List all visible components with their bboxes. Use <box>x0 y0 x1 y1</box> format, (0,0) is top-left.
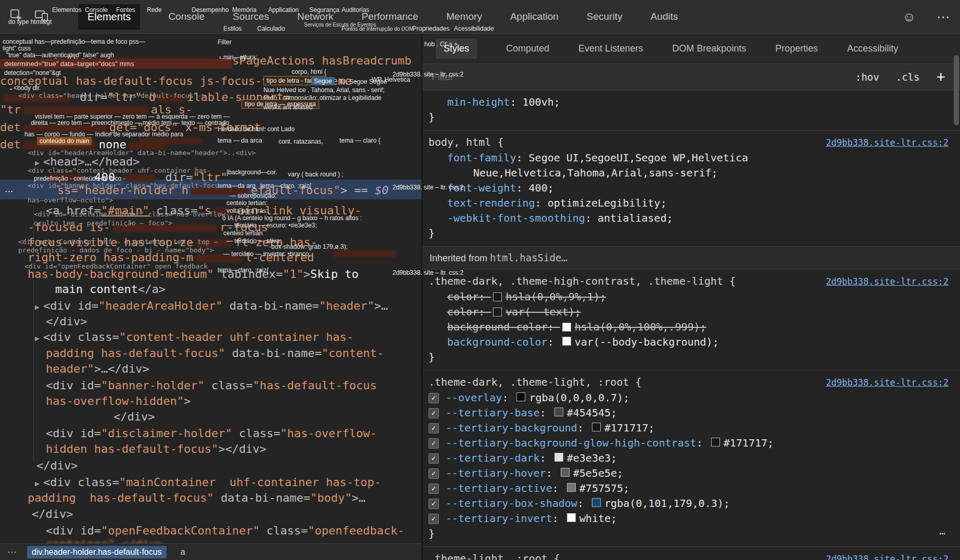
style-property-row[interactable]: ✓--tertiary-hover: #5e5e5e; <box>422 466 960 481</box>
styles-scrollbar-thumb[interactable] <box>954 55 959 125</box>
styles-tab-accessibility[interactable]: Accessibility <box>847 43 898 54</box>
style-property-row[interactable]: -webkit-font-smoothing: antialiased; <box>422 211 960 226</box>
styles-tab-dom-breakpoints[interactable]: DOM Breakpoints <box>672 43 746 54</box>
more-options-icon[interactable]: ⋯ <box>937 9 950 24</box>
dom-tree-line[interactable]: detget="docs" x-ms-format- <box>0 121 268 134</box>
style-property-row[interactable]: text-rendering: optimizeLegibility; <box>422 196 960 211</box>
css-file-link[interactable]: 2d9bb338.site-ltr.css:2 <box>826 274 949 289</box>
feedback-smiley-icon[interactable]: ☺ <box>902 9 916 24</box>
rule-selector[interactable]: .theme-dark, .theme-light, :root { <box>428 375 641 390</box>
styles-tab-event-listeners[interactable]: Event Listeners <box>578 43 643 54</box>
styles-filter-input[interactable] <box>431 71 839 83</box>
devtools-tab-console[interactable]: Console <box>168 11 205 22</box>
property-checkbox[interactable]: ✓ <box>428 453 439 464</box>
styles-tab-properties[interactable]: Properties <box>775 43 818 54</box>
rule-selector[interactable]: body, html { <box>428 135 504 150</box>
dom-tree-line[interactable]: focus-visible has-top-zeft-zero has- <box>28 236 318 249</box>
devtools-tab-network[interactable]: Network <box>297 11 334 22</box>
dom-tree-line[interactable]: <div id="openFeedbackContainer" class="o… <box>46 524 405 538</box>
element-classes-button[interactable]: .cls <box>896 71 920 83</box>
dom-tree-line[interactable]: "trals s- <box>0 103 192 117</box>
color-swatch[interactable] <box>516 392 525 401</box>
property-checkbox[interactable]: ✓ <box>428 408 439 418</box>
new-style-rule-button[interactable]: + <box>936 69 945 85</box>
dom-tree-line[interactable]: main content</a> <box>55 283 166 296</box>
dom-tree-line[interactable]: </div> <box>113 410 155 424</box>
color-swatch[interactable] <box>592 423 601 431</box>
style-property-row[interactable]: ✓--overlay: rgba(0,0,0,0.7); <box>422 390 960 405</box>
dom-tree-line[interactable]: right-zero has-padding-ml-centered <box>28 251 314 264</box>
dom-tree-line[interactable]: 400 dir="ltr" <box>46 171 228 184</box>
css-file-link[interactable]: 2d9bb338.site-ltr.css:2 <box>826 552 949 560</box>
dom-tree-line[interactable]: </div> <box>32 507 73 521</box>
device-toolbar-icon[interactable] <box>34 8 49 25</box>
color-swatch[interactable] <box>493 308 502 316</box>
dom-tree-line[interactable]: ▶<div class="content-header uhf-containe… <box>35 330 353 345</box>
dom-tree-line[interactable]: has-overflow-hidden"> <box>46 394 191 408</box>
dom-tree-line[interactable]: <div id="disclaimer-holder" class="has-o… <box>46 427 377 440</box>
css-file-link[interactable]: 2d9bb338.site-ltr.css:2 <box>826 375 949 390</box>
dom-tree-line[interactable]: dir="ltr" dilable-support= <box>0 91 290 104</box>
dom-tree-line[interactable]: ▶<div class="mainContainer uhf-container… <box>35 476 381 490</box>
color-swatch[interactable] <box>567 513 576 522</box>
style-property-row[interactable]: ✓--tertiary-invert: white; <box>422 511 960 526</box>
style-property-row[interactable]: font-weight: 400; <box>422 181 960 196</box>
devtools-tab-security[interactable]: Security <box>587 11 623 22</box>
color-swatch[interactable] <box>592 498 601 507</box>
dom-tree-line[interactable]: container"…</div> <box>46 538 163 543</box>
property-checkbox[interactable]: ✓ <box>428 499 439 509</box>
color-swatch[interactable] <box>493 292 502 301</box>
dom-tree-line[interactable]: conceptual has-default-focus js-focus-vi… <box>0 74 359 88</box>
property-checkbox[interactable]: ✓ <box>428 483 439 494</box>
property-checkbox[interactable]: ✓ <box>428 438 439 449</box>
property-checkbox[interactable]: ✓ <box>428 393 439 403</box>
rule-overflow-icon[interactable]: ⋯ <box>939 526 960 541</box>
style-property-row[interactable]: min-height: 100vh; <box>422 95 960 110</box>
style-property-row[interactable]: color: hsla(0,0%,9%,1); <box>422 289 960 304</box>
dom-tree-line[interactable]: </div> <box>46 315 87 328</box>
style-property-row[interactable]: background-color: var(--body-background)… <box>422 335 960 350</box>
inspect-element-icon[interactable] <box>9 8 24 25</box>
dom-tree-line[interactable]: hidden has-default-focus"></div> <box>46 442 267 456</box>
rule-selector[interactable]: .theme-dark, .theme-high-contrast, .them… <box>428 274 736 289</box>
devtools-tab-elements[interactable]: Elements <box>78 4 140 30</box>
style-property-row[interactable]: ✓--tertiary-base: #454545; <box>422 405 960 421</box>
style-property-row[interactable]: ✓--tertiary-background: #171717; <box>422 421 960 436</box>
style-property-row[interactable]: background-color: hsla(0,0%,100%,.999); <box>422 320 960 335</box>
property-checkbox[interactable]: ✓ <box>428 423 439 434</box>
toggle-element-state-button[interactable]: :hov <box>855 71 879 83</box>
devtools-tab-memory[interactable]: Memory <box>446 11 482 22</box>
color-swatch[interactable] <box>567 483 576 492</box>
dom-tree-line[interactable]: -focused is-r-focus <box>28 221 268 234</box>
color-swatch[interactable] <box>562 323 571 332</box>
styles-tab-styles[interactable]: Styles <box>436 39 477 59</box>
dom-tree-line[interactable]: ss="header-holder hefault-focus"> == $0 <box>57 184 389 197</box>
color-swatch[interactable] <box>561 468 570 477</box>
style-property-row[interactable]: ✓--tertiary-dark: #e3e3e3; <box>422 451 960 466</box>
style-property-row[interactable]: ✓--tertiary-active: #757575; <box>422 481 960 496</box>
color-swatch[interactable] <box>554 453 563 462</box>
property-checkbox[interactable]: ✓ <box>428 468 439 479</box>
styles-tab-computed[interactable]: Computed <box>506 43 549 54</box>
property-checkbox[interactable]: ✓ <box>428 514 439 524</box>
dom-tree-line[interactable]: <a href="#main" class="sain-link visuall… <box>46 204 361 218</box>
devtools-tab-application[interactable]: Application <box>510 11 559 22</box>
rule-selector[interactable]: .theme-light, :root { <box>428 551 560 560</box>
dom-tree-line[interactable]: </div> <box>36 459 78 473</box>
style-property-row[interactable]: ✓--tertiary-box-shadow: rgba(0,101,179,0… <box>422 496 960 511</box>
breadcrumb-item[interactable]: a <box>176 546 190 558</box>
devtools-tab-audits[interactable]: Audits <box>650 11 678 22</box>
dom-tree-line[interactable]: header">…</div> <box>46 362 149 376</box>
dom-tree-line[interactable]: s="hashasPageActions hasBreadcrumb <box>52 54 411 68</box>
dom-tree-line[interactable]: padding has-default-focus" data-bi-name=… <box>46 347 384 360</box>
dom-tree-line[interactable]: <div id="banner-holder" class="has-defau… <box>46 379 377 392</box>
devtools-tab-performance[interactable]: Performance <box>361 11 418 22</box>
breadcrumb-overflow-icon[interactable]: ⋯ <box>7 546 17 558</box>
inherited-from-selector[interactable]: html.hasSide… <box>490 252 567 263</box>
style-property-row[interactable]: font-family: Segoe UI,SegoeUI,Segoe WP,H… <box>422 150 960 166</box>
css-file-link[interactable]: 2d9bb338.site-ltr.css:2 <box>826 135 949 150</box>
color-swatch[interactable] <box>711 438 720 447</box>
breadcrumb-item[interactable]: div.header-holder.has-default-focus <box>27 546 167 558</box>
dom-tree-line[interactable]: padding has-default-focus" data-bi-name=… <box>28 491 365 505</box>
dom-tree-line[interactable]: has-body-background-medium" tabindex="1"… <box>28 268 359 281</box>
